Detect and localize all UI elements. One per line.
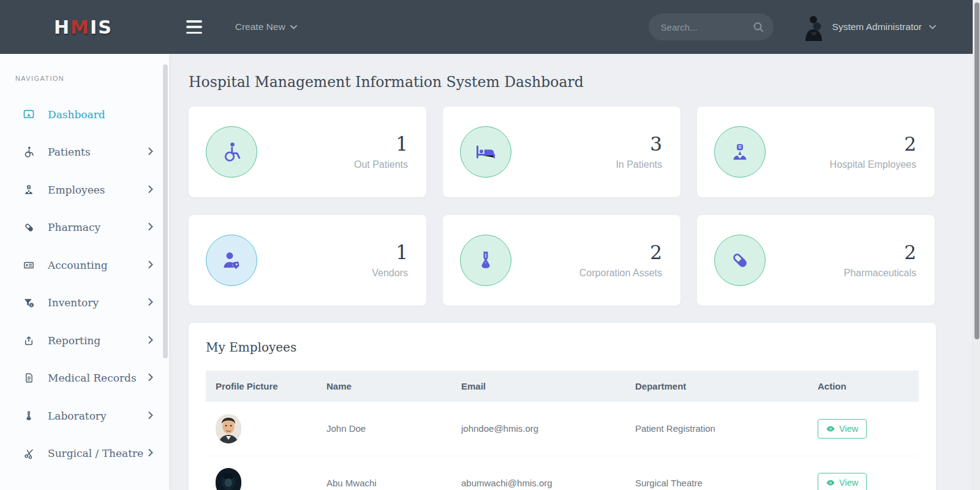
eye-icon [826, 425, 835, 432]
main-content: Hospital Management Information System D… [169, 54, 973, 490]
stat-card-corporation-assets[interactable]: 2 Corporation Assets [443, 215, 680, 306]
document-icon [22, 372, 36, 384]
column-header-profile-picture: Profile Picture [206, 371, 317, 402]
user-name-label: System Administrator [832, 21, 922, 32]
employees-table: Profile Picture Name Email Department Ac… [206, 371, 919, 490]
stat-card-out-patients[interactable]: 1 Out Patients [189, 107, 426, 197]
stat-card-vendors[interactable]: 1 Vendors [189, 215, 426, 306]
stat-value: 2 [844, 242, 916, 263]
sidebar-item-surgical-theatre[interactable]: Surgical / Theatre [0, 435, 169, 473]
employee-department: Patient Registration [625, 402, 808, 456]
dashboard-icon [22, 108, 36, 121]
stat-label: Corporation Assets [579, 268, 662, 279]
sidebar-item-dashboard[interactable]: Dashboard [0, 96, 169, 134]
stat-value: 1 [372, 242, 408, 263]
employee-department: Surgical Theatre [625, 456, 808, 490]
search-box [649, 13, 774, 40]
hamburger-icon [186, 20, 202, 23]
user-tag-icon [206, 235, 257, 286]
chevron-right-icon [148, 184, 153, 195]
chevron-right-icon [148, 335, 153, 346]
stat-cards-grid: 1 Out Patients 3 In Patients 2 Hospital … [189, 107, 936, 306]
sidebar-item-inventory[interactable]: $ Inventory [0, 284, 169, 322]
stat-label: Out Patients [354, 159, 408, 170]
nav-section-label: NAVIGATION [0, 54, 169, 96]
wheelchair-icon [22, 146, 36, 158]
chevron-right-icon [148, 297, 153, 308]
capsule-icon [714, 235, 766, 286]
column-header-name: Name [317, 371, 451, 402]
logo-letter-red: M [70, 17, 90, 38]
chevron-right-icon [148, 222, 153, 233]
sidebar-item-laboratory[interactable]: Laboratory [0, 397, 169, 435]
sidebar-item-pharmacy[interactable]: Pharmacy [0, 209, 169, 247]
table-row: John Doe johndoe@hmis.org Patient Regist… [206, 402, 919, 456]
view-button[interactable]: View [818, 473, 867, 490]
sidebar-item-employees[interactable]: Employees [0, 171, 169, 209]
table-header-row: Profile Picture Name Email Department Ac… [206, 371, 919, 402]
view-button[interactable]: View [818, 419, 867, 439]
menu-toggle-button[interactable] [186, 20, 203, 34]
stat-card-pharmaceuticals[interactable]: 2 Pharmaceuticals [697, 215, 935, 306]
column-header-email: Email [451, 371, 625, 402]
topbar: HMIS Create New System Administrator [0, 0, 980, 54]
search-icon[interactable] [753, 21, 764, 32]
employee-avatar [216, 468, 241, 490]
stat-value: 2 [579, 242, 662, 263]
svg-text:$: $ [31, 303, 32, 307]
chevron-down-icon [929, 25, 936, 29]
sidebar-item-label: Medical Records [48, 372, 148, 384]
sidebar-item-label: Accounting [48, 259, 148, 271]
sidebar-item-label: Laboratory [48, 410, 148, 422]
chevron-right-icon [148, 372, 153, 383]
stat-label: Vendors [372, 268, 408, 279]
stat-label: Pharmaceuticals [844, 268, 916, 279]
scrollbar-thumb[interactable] [974, 2, 979, 339]
employee-email: abumwachi@hmis.org [451, 456, 625, 490]
employee-icon [22, 184, 36, 196]
flask-icon [460, 235, 511, 286]
sidebar-item-label: Employees [48, 184, 148, 196]
app-logo[interactable]: HMIS [54, 17, 113, 38]
flask-icon [22, 410, 36, 422]
upload-icon [22, 334, 36, 347]
column-header-action: Action [808, 371, 919, 402]
chevron-right-icon [148, 260, 153, 271]
search-input[interactable] [661, 22, 753, 32]
bed-icon [460, 126, 511, 178]
chevron-down-icon [290, 25, 297, 29]
employee-name: John Doe [317, 402, 451, 456]
sidebar-scrollbar[interactable] [163, 64, 168, 358]
sidebar-item-medical-records[interactable]: Medical Records [0, 360, 169, 398]
create-new-dropdown[interactable]: Create New [235, 21, 297, 32]
capsule-icon [22, 222, 36, 233]
stat-value: 1 [354, 134, 408, 154]
stat-label: In Patients [616, 159, 662, 170]
sidebar-item-label: Dashboard [48, 108, 153, 121]
user-menu[interactable]: System Administrator [803, 13, 936, 41]
stat-card-in-patients[interactable]: 3 In Patients [443, 107, 680, 197]
sidebar: NAVIGATION Dashboard Patients Employees [0, 54, 169, 490]
avatar [803, 13, 825, 41]
sidebar-item-label: Surgical / Theatre [48, 447, 148, 459]
stat-card-hospital-employees[interactable]: 2 Hospital Employees [697, 107, 935, 197]
create-new-label: Create New [235, 21, 285, 32]
sidebar-item-reporting[interactable]: Reporting [0, 322, 169, 360]
sidebar-item-accounting[interactable]: Accounting [0, 246, 169, 284]
chevron-right-icon [148, 146, 153, 157]
wheelchair-icon [206, 126, 257, 178]
sidebar-item-label: Inventory [48, 296, 148, 309]
page-title: Hospital Management Information System D… [189, 74, 973, 91]
sidebar-item-label: Patients [48, 146, 148, 158]
employees-panel: My Employees Profile Picture Name Email … [189, 323, 936, 490]
employees-panel-title: My Employees [206, 340, 919, 355]
stat-value: 3 [616, 134, 662, 154]
chevron-right-icon [148, 448, 153, 459]
logo-letter: H [54, 17, 70, 38]
scissors-icon [22, 448, 36, 459]
sidebar-item-label: Pharmacy [48, 221, 148, 233]
page-scrollbar[interactable] [973, 0, 980, 490]
sidebar-item-patients[interactable]: Patients [0, 134, 169, 172]
doctor-icon [714, 126, 766, 178]
sidebar-item-label: Reporting [48, 334, 148, 347]
